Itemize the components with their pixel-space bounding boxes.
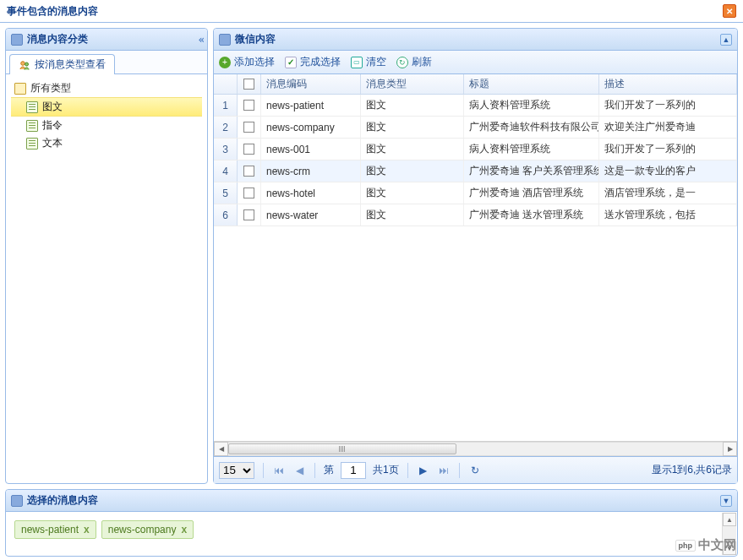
finish-selection-button[interactable]: ✓ 完成选择 — [285, 55, 341, 69]
checkbox-icon[interactable] — [243, 166, 254, 177]
table-row[interactable]: 4news-crm图文广州爱奇迪 客户关系管理系统这是一款专业的客户 — [214, 160, 737, 182]
cell-desc: 这是一款专业的客户 — [599, 160, 737, 182]
table-row[interactable]: 5news-hotel图文广州爱奇迪 酒店管理系统酒店管理系统，是一 — [214, 182, 737, 204]
collapse-up-icon[interactable]: ▲ — [720, 34, 732, 46]
selected-tag[interactable]: news-patientx — [14, 520, 96, 539]
panel-icon — [11, 34, 23, 46]
window-title: 事件包含的消息内容 — [7, 4, 98, 19]
cell-rownum: 1 — [214, 95, 238, 116]
check-icon: ✓ — [285, 57, 297, 68]
pager-bar: 15 ⏮ ◀ 第 共1页 ▶ ⏭ ↻ 显示1到6,共 — [214, 456, 737, 483]
clear-button[interactable]: ▭ 清空 — [351, 55, 386, 69]
tree-label: 指令 — [42, 118, 63, 133]
checkbox-icon[interactable] — [243, 100, 254, 111]
cell-type: 图文 — [361, 160, 464, 182]
scroll-thumb[interactable] — [228, 443, 456, 454]
tab-by-type[interactable]: 按消息类型查看 — [9, 54, 115, 74]
content-panel-title: 微信内容 — [235, 32, 276, 46]
tree-label: 图文 — [42, 100, 63, 114]
cell-code: news-company — [261, 117, 361, 138]
collapse-left-icon[interactable]: « — [199, 34, 202, 46]
col-header-title[interactable]: 标题 — [464, 74, 599, 94]
checkbox-icon[interactable] — [243, 188, 254, 198]
selected-panel-title: 选择的消息内容 — [27, 493, 98, 508]
users-icon — [19, 59, 30, 71]
refresh-button[interactable]: ↻ 刷新 — [396, 55, 432, 69]
pager-first-icon[interactable]: ⏮ — [272, 464, 286, 477]
tree-node-item[interactable]: 图文 — [11, 97, 202, 117]
cell-desc: 酒店管理系统，是一 — [599, 182, 737, 204]
col-header-desc[interactable]: 描述 — [599, 74, 737, 94]
table-row[interactable]: 3news-001图文病人资料管理系统我们开发了一系列的 — [214, 139, 737, 160]
scroll-right-icon[interactable]: ▶ — [723, 442, 737, 456]
document-icon — [26, 101, 38, 113]
col-header-code[interactable]: 消息编码 — [261, 74, 361, 94]
window-titlebar: 事件包含的消息内容 ✕ — [0, 0, 743, 22]
tree-node-item[interactable]: 文本 — [11, 134, 202, 152]
scroll-up-icon[interactable]: ▲ — [723, 513, 736, 526]
plus-icon: + — [219, 57, 231, 68]
page-number-input[interactable] — [341, 462, 366, 479]
pager-refresh-icon[interactable]: ↻ — [468, 464, 482, 477]
pager-display-info: 显示1到6,共6记录 — [652, 463, 732, 477]
cell-checkbox[interactable] — [238, 204, 261, 226]
pager-prev-icon[interactable]: ◀ — [292, 464, 306, 477]
cell-code: news-crm — [261, 160, 361, 182]
tag-remove-icon[interactable]: x — [84, 524, 90, 536]
tab-label: 按消息类型查看 — [35, 57, 106, 72]
selected-panel: 选择的消息内容 ▼ news-patientxnews-companyx ▲ ▼ — [5, 489, 738, 557]
toolbar-label: 清空 — [366, 55, 386, 69]
add-selection-button[interactable]: + 添加选择 — [219, 55, 275, 69]
toolbar-label: 添加选择 — [234, 55, 275, 69]
cell-type: 图文 — [361, 95, 464, 116]
grid-body: 1news-patient图文病人资料管理系统我们开发了一系列的2news-co… — [214, 95, 737, 441]
panel-icon — [219, 34, 231, 46]
cell-title: 病人资料管理系统 — [464, 139, 599, 160]
selected-body: news-patientxnews-companyx ▲ ▼ — [6, 512, 737, 556]
selected-tag[interactable]: news-companyx — [101, 520, 194, 539]
checkbox-icon[interactable] — [243, 144, 254, 155]
pager-last-icon[interactable]: ⏭ — [437, 464, 451, 477]
cell-checkbox[interactable] — [238, 117, 261, 138]
col-header-type[interactable]: 消息类型 — [361, 74, 464, 94]
cell-desc: 我们开发了一系列的 — [599, 95, 737, 116]
collapse-down-icon[interactable]: ▼ — [720, 495, 732, 507]
cell-checkbox[interactable] — [238, 139, 261, 160]
cell-rownum: 4 — [214, 160, 238, 182]
table-row[interactable]: 2news-company图文广州爱奇迪软件科技有限公司欢迎关注广州爱奇迪 — [214, 117, 737, 139]
table-row[interactable]: 1news-patient图文病人资料管理系统我们开发了一系列的 — [214, 95, 737, 117]
watermark-badge: php — [675, 540, 697, 552]
checkbox-icon[interactable] — [243, 122, 254, 133]
pager-next-icon[interactable]: ▶ — [417, 464, 430, 477]
category-panel-title: 消息内容分类 — [27, 32, 88, 46]
cell-code: news-patient — [261, 95, 361, 116]
cell-title: 病人资料管理系统 — [464, 95, 599, 116]
horizontal-scrollbar[interactable]: ◀ ▶ — [214, 441, 737, 456]
tree-node-root[interactable]: 所有类型 — [11, 79, 202, 97]
grip-icon — [339, 446, 346, 452]
cell-code: news-001 — [261, 139, 361, 160]
cell-checkbox[interactable] — [238, 95, 261, 116]
page-size-select[interactable]: 15 — [219, 462, 254, 479]
pager-prefix: 第 — [324, 463, 334, 477]
cell-checkbox[interactable] — [238, 160, 261, 182]
watermark-text: 中文网 — [698, 537, 736, 553]
checkbox-icon[interactable] — [243, 209, 254, 220]
col-checkbox-header[interactable] — [238, 74, 261, 94]
tag-remove-icon[interactable]: x — [181, 524, 187, 536]
toolbar-label: 完成选择 — [300, 55, 341, 69]
table-row[interactable]: 6news-water图文广州爱奇迪 送水管理系统送水管理系统，包括 — [214, 204, 737, 226]
svg-point-1 — [25, 63, 29, 66]
cell-type: 图文 — [361, 139, 464, 160]
cell-checkbox[interactable] — [238, 182, 261, 204]
content-grid: 消息编码 消息类型 标题 描述 1news-patient图文病人资料管理系统我… — [214, 74, 737, 483]
cell-rownum: 6 — [214, 204, 238, 226]
checkbox-icon[interactable] — [243, 79, 254, 90]
scroll-track[interactable] — [228, 442, 723, 456]
close-icon[interactable]: ✕ — [723, 4, 736, 18]
tag-label: news-patient — [21, 524, 79, 536]
folder-icon — [14, 83, 26, 95]
scroll-left-icon[interactable]: ◀ — [214, 442, 228, 456]
tree-node-item[interactable]: 指令 — [11, 117, 202, 134]
category-panel-header: 消息内容分类 « — [6, 29, 207, 51]
